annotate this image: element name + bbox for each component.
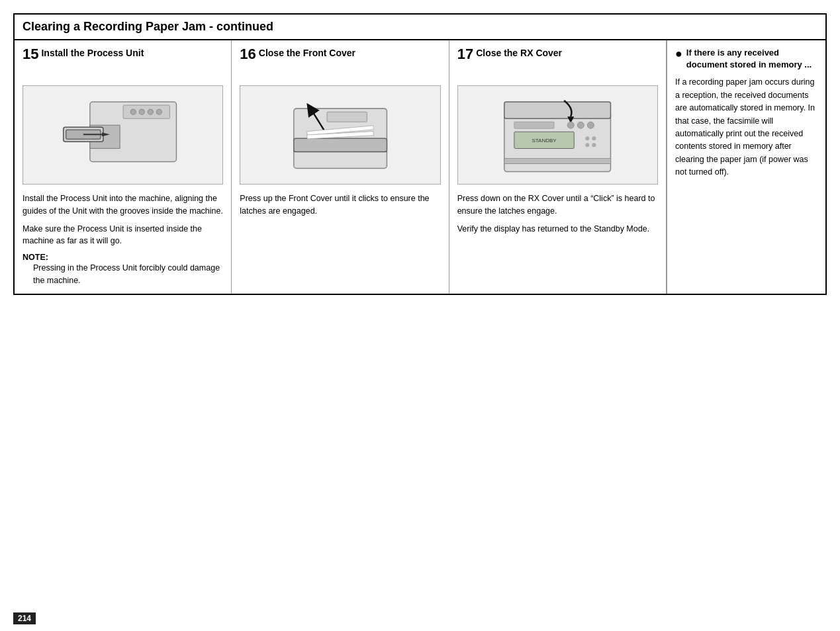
step-17-column: 17 Close the RX Cover — [449, 40, 667, 294]
svg-rect-18 — [504, 102, 611, 118]
page-number: 214 — [13, 612, 36, 624]
step-16-number: 16 — [240, 47, 256, 62]
page-title: Clearing a Recording Paper Jam - continu… — [15, 15, 825, 40]
step-17-title: Close the RX Cover — [476, 47, 562, 59]
step-16-column: 16 Close the Front Cover — [232, 40, 449, 294]
info-bullet-row: ● If there is any received document stor… — [675, 47, 817, 71]
svg-text:STANDBY: STANDBY — [532, 138, 557, 144]
svg-point-26 — [585, 136, 589, 140]
step-17-text2: Verify the display has returned to the S… — [457, 223, 658, 235]
step-16-image — [240, 85, 440, 185]
step-15-header: 15 Install the Process Unit — [23, 47, 223, 79]
svg-point-7 — [130, 109, 136, 114]
step-15-note-label: NOTE: — [23, 253, 223, 262]
svg-rect-6 — [123, 105, 169, 118]
svg-point-27 — [592, 136, 596, 140]
step-16-header: 16 Close the Front Cover — [240, 47, 440, 79]
step-15-image — [23, 85, 223, 185]
svg-point-22 — [577, 122, 584, 128]
step-16-text1: Press up the Front Cover until it clicks… — [240, 192, 440, 218]
step-15-text1: Install the Process Unit into the machin… — [23, 192, 223, 218]
svg-rect-16 — [327, 112, 367, 122]
step-16-title: Close the Front Cover — [259, 47, 355, 59]
svg-point-29 — [592, 143, 596, 147]
svg-rect-12 — [294, 138, 387, 151]
step-15-note-text: Pressing in the Process Unit forcibly co… — [33, 262, 223, 287]
step-15-column: 15 Install the Process Unit — [15, 40, 232, 294]
step-17-number: 17 — [457, 47, 473, 62]
svg-point-10 — [156, 109, 162, 114]
svg-rect-20 — [514, 122, 554, 128]
svg-point-9 — [148, 109, 153, 114]
svg-point-21 — [567, 122, 574, 128]
info-text: If a recording paper jam occurs during a… — [675, 76, 817, 179]
svg-point-28 — [585, 143, 589, 147]
info-bullet: ● — [675, 47, 682, 62]
step-17-header: 17 Close the RX Cover — [457, 47, 658, 79]
svg-point-23 — [588, 122, 594, 128]
step-15-number: 15 — [23, 47, 38, 62]
step-15-text2: Make sure the Process Unit is inserted i… — [23, 223, 223, 248]
info-column: ● If there is any received document stor… — [667, 40, 825, 294]
step-17-text1: Press down on the RX Cover until a “Clic… — [457, 192, 658, 218]
step-15-title: Install the Process Unit — [41, 47, 144, 59]
page-footer: 214 — [13, 613, 36, 623]
info-title: If there is any received document stored… — [686, 47, 817, 71]
step-17-image: STANDBY — [457, 85, 658, 185]
svg-point-8 — [139, 109, 144, 114]
svg-rect-30 — [504, 158, 611, 163]
